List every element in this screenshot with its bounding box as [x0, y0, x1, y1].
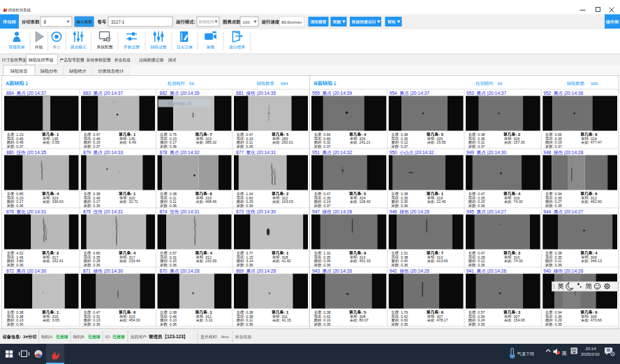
svg-text::: :	[357, 259, 358, 263]
svg-text:41.15: 41.15	[282, 318, 291, 322]
svg-text::: :	[127, 259, 128, 263]
svg-text:3.10: 3.10	[205, 318, 212, 322]
svg-text::: :	[203, 259, 204, 263]
svg-text:|20:14:35: |20:14:35	[257, 91, 276, 96]
svg-text:0.36: 0.36	[478, 204, 485, 208]
svg-text::: :	[168, 144, 168, 149]
svg-text:4ms: 4ms	[221, 335, 229, 339]
svg-text:|20:14:30: |20:14:30	[27, 268, 47, 274]
svg-text:0.36: 0.36	[170, 322, 177, 326]
svg-text:413.69: 413.69	[436, 259, 448, 263]
svg-text::: :	[512, 140, 512, 144]
svg-text:0.36: 0.36	[16, 322, 23, 326]
svg-text:|20:14:28: |20:14:28	[564, 150, 584, 156]
svg-text:881: 881	[236, 91, 244, 96]
svg-text:951: 951	[312, 150, 320, 155]
svg-text::: :	[493, 81, 494, 86]
svg-text::: :	[434, 199, 435, 204]
svg-text:|20:14:26: |20:14:26	[410, 268, 429, 274]
svg-text:346.13: 346.13	[591, 259, 602, 263]
svg-text:0.36: 0.36	[554, 263, 561, 267]
svg-text:948: 948	[543, 150, 551, 155]
svg-text::: :	[434, 259, 435, 263]
svg-text:954: 954	[390, 91, 397, 96]
svg-text:|20:14:26: |20:14:26	[333, 268, 353, 274]
svg-text::: :	[357, 318, 358, 322]
svg-text::: :	[475, 263, 476, 267]
svg-text:|20:14:31: |20:14:31	[27, 209, 47, 215]
svg-text:940: 940	[543, 268, 551, 273]
svg-text:0.36: 0.36	[246, 144, 253, 149]
svg-text:877: 877	[236, 150, 244, 155]
svg-text:0.36: 0.36	[401, 263, 408, 267]
svg-text::: :	[14, 204, 15, 208]
svg-text:|20:14:31: |20:14:31	[257, 150, 276, 156]
svg-text::: :	[589, 199, 589, 204]
svg-text:0.36: 0.36	[170, 204, 177, 208]
svg-text:123-123: 123-123	[167, 334, 184, 339]
svg-text:|20:14:27: |20:14:27	[487, 209, 507, 215]
svg-text:3.65: 3.65	[52, 318, 59, 322]
svg-text::: :	[584, 81, 586, 86]
svg-text:871: 871	[83, 268, 91, 273]
svg-text:|20:14:37: |20:14:37	[410, 91, 429, 96]
svg-text:|20:14:36: |20:14:36	[564, 91, 584, 96]
svg-text:869: 869	[236, 268, 244, 273]
svg-text::: :	[434, 318, 435, 322]
svg-text:106.40: 106.40	[360, 199, 371, 204]
svg-text:0.36: 0.36	[16, 204, 23, 208]
svg-text::: :	[553, 204, 554, 208]
svg-text:884: 884	[6, 91, 14, 96]
svg-text::: :	[589, 259, 589, 263]
svg-text:80.0m/min: 80.0m/min	[281, 20, 302, 24]
svg-text:241.21: 241.21	[360, 140, 371, 144]
svg-text:0.37: 0.37	[323, 204, 330, 208]
svg-text:0.37: 0.37	[93, 144, 100, 149]
svg-text:|20:14:31: |20:14:31	[104, 209, 124, 215]
svg-text:944: 944	[543, 209, 551, 214]
svg-text:20:14: 20:14	[586, 347, 597, 351]
svg-text::: :	[512, 318, 512, 322]
svg-text::: :	[20, 334, 21, 339]
svg-text::: :	[91, 263, 91, 267]
svg-text:0.36: 0.36	[93, 204, 100, 208]
svg-text:878: 878	[160, 150, 168, 155]
svg-text:946: 946	[390, 209, 397, 214]
svg-text::: :	[399, 322, 399, 326]
svg-text::: :	[280, 140, 281, 144]
svg-text:|20:14:37: |20:14:37	[487, 91, 507, 96]
svg-text::: :	[475, 204, 476, 208]
svg-text::: :	[127, 318, 128, 322]
svg-text::: :	[127, 140, 128, 144]
svg-text:949: 949	[466, 150, 474, 155]
svg-text::: :	[280, 318, 281, 322]
svg-text:473.66: 473.66	[591, 318, 602, 322]
svg-text::: :	[203, 318, 204, 322]
svg-text::: :	[512, 259, 512, 263]
svg-text:955: 955	[312, 91, 320, 96]
svg-text::: :	[168, 322, 168, 326]
svg-text:3#: 3#	[23, 334, 28, 339]
svg-text:882: 882	[160, 91, 168, 96]
svg-text:462.60: 462.60	[591, 199, 602, 204]
svg-text::: :	[357, 140, 358, 144]
svg-text::: :	[553, 263, 554, 267]
svg-text:0.35: 0.35	[554, 322, 561, 326]
svg-text::: :	[168, 263, 168, 267]
svg-text::: :	[280, 199, 281, 204]
svg-text:56: 56	[498, 81, 503, 86]
svg-text:943: 943	[312, 268, 320, 273]
svg-text::: :	[512, 199, 512, 204]
svg-text:872: 872	[6, 268, 14, 273]
svg-text:2025/2/10: 2025/2/10	[581, 352, 600, 356]
svg-text:0.36: 0.36	[170, 263, 177, 267]
svg-text::: :	[14, 144, 15, 149]
svg-text:74.00: 74.00	[514, 199, 523, 204]
svg-text::: :	[475, 144, 476, 149]
svg-text::: :	[50, 318, 51, 322]
svg-text:0.37: 0.37	[401, 144, 408, 149]
svg-text::: :	[321, 204, 322, 208]
svg-text:|20:14:26: |20:14:26	[487, 268, 507, 274]
svg-text:|20:14:26: |20:14:26	[564, 268, 584, 274]
svg-text:478.17: 478.17	[436, 318, 448, 322]
